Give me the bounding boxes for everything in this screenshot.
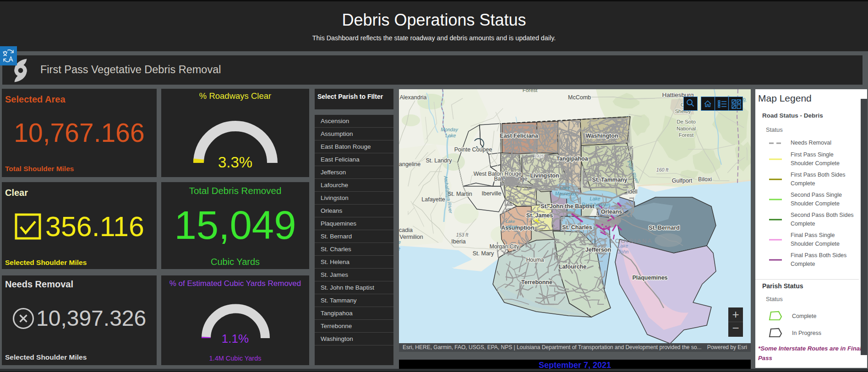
svg-text:Forest: Forest: [679, 132, 694, 138]
svg-text:St. Bernard: St. Bernard: [649, 225, 679, 231]
svg-text:Tangipahoa: Tangipahoa: [556, 156, 588, 162]
svg-text:Lake: Lake: [560, 185, 570, 190]
svg-text:Livingston: Livingston: [530, 173, 559, 179]
svg-text:Orleans: Orleans: [601, 209, 622, 215]
svg-text:St. Tammany: St. Tammany: [592, 177, 628, 183]
svg-text:East Feliciana: East Feliciana: [500, 133, 538, 139]
svg-text:1425: 1425: [535, 154, 544, 158]
svg-text:Maurepas: Maurepas: [555, 191, 577, 196]
svg-text:LOUISIANA: LOUISIANA: [611, 237, 653, 244]
svg-text:St. Charles: St. Charles: [562, 224, 592, 231]
svg-text:angeline: angeline: [399, 161, 420, 167]
svg-text:St. James: St. James: [526, 212, 553, 219]
svg-text:Plaquemines: Plaquemines: [632, 275, 667, 281]
svg-text:Verret: Verret: [505, 224, 517, 229]
svg-text:St. Landry: St. Landry: [426, 157, 453, 164]
svg-text:Vermilion: Vermilion: [399, 234, 423, 240]
svg-text:National: National: [677, 126, 696, 131]
svg-text:Forest: Forest: [523, 89, 538, 93]
svg-text:Lake: Lake: [506, 219, 515, 224]
svg-text:De Soto: De Soto: [677, 119, 696, 124]
svg-text:Alexandria: Alexandria: [399, 94, 426, 101]
svg-text:Jefferson: Jefferson: [585, 247, 611, 253]
svg-text:idell: idell: [628, 189, 637, 195]
svg-text:Biloxi: Biloxi: [698, 176, 712, 183]
svg-text:Iberia: Iberia: [451, 238, 465, 245]
svg-text:John: John: [618, 249, 629, 254]
svg-text:St. Mary: St. Mary: [473, 250, 494, 257]
svg-text:Monday: Monday: [441, 127, 458, 132]
svg-text:Washington: Washington: [585, 133, 618, 139]
svg-text:Lafayette: Lafayette: [421, 196, 445, 203]
svg-text:Morgan City: Morgan City: [490, 243, 519, 250]
svg-text:te: te: [399, 240, 401, 245]
svg-text:Iberville: Iberville: [481, 190, 501, 197]
svg-text:Lake: Lake: [590, 196, 601, 201]
svg-text:e: e: [399, 246, 400, 251]
svg-text:Pointe Coupee: Pointe Coupee: [454, 146, 492, 153]
svg-text:West Baton Rouge: West Baton Rouge: [474, 171, 522, 177]
svg-text:Lake: Lake: [618, 243, 628, 248]
svg-text:Lake: Lake: [446, 133, 456, 138]
svg-text:160 ft: 160 ft: [656, 167, 669, 173]
svg-text:cadia: cadia: [399, 227, 413, 233]
svg-text:Terrebonne: Terrebonne: [521, 279, 552, 286]
svg-text:McComb: McComb: [568, 94, 591, 101]
svg-text:Gulfport: Gulfport: [672, 178, 693, 184]
svg-text:Lafourche: Lafourche: [559, 264, 586, 270]
svg-text:Pontchartrain: Pontchartrain: [582, 202, 611, 207]
svg-text:Houma: Houma: [526, 257, 544, 263]
svg-text:153 ft: 153 ft: [456, 232, 469, 237]
